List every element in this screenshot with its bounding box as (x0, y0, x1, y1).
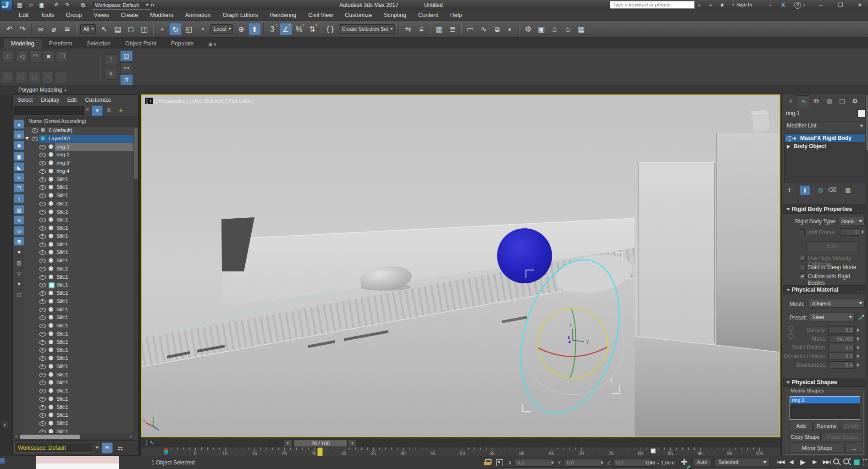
table-row[interactable]: Slit:1 (25, 306, 133, 314)
rendered-frame-window-button[interactable]: ▣ (535, 23, 547, 35)
vertex-mode-icon[interactable]: ∷ (3, 50, 15, 62)
close-button[interactable]: ✕ (853, 1, 867, 9)
y-spinner[interactable] (600, 459, 604, 466)
visibility-eye-icon[interactable] (39, 153, 46, 157)
ribbon-tab-modeling[interactable]: Modeling (4, 39, 42, 49)
table-row[interactable]: Slit:1 (25, 248, 133, 256)
display-spacewarps-icon[interactable]: ≋ (14, 173, 24, 182)
visibility-eye-icon[interactable] (39, 340, 46, 345)
table-row[interactable]: Slit:1 (25, 224, 133, 232)
table-row[interactable]: Slit:1 (25, 298, 133, 305)
tab-hierarchy[interactable]: ⧉ (811, 95, 822, 107)
edit-tool-icon-1[interactable]: ◰ (2, 72, 14, 83)
render-iterative-button[interactable]: ♨ (562, 23, 574, 35)
shapes-listbox[interactable]: ring:1 (790, 396, 860, 420)
rollout-rigid-body-properties[interactable]: Rigid Body Properties⁘⁘ (783, 204, 866, 214)
field-value-bounciness[interactable]: 0,4 (828, 361, 855, 369)
ribbon-tab-freeform[interactable]: Freeform (42, 39, 80, 49)
explorer-sort-header[interactable]: Name (Sorted Ascending) (25, 116, 138, 127)
expand-arrow-icon[interactable] (25, 137, 29, 142)
table-row[interactable]: ring:3 (25, 159, 133, 167)
visibility-eye-icon[interactable] (39, 299, 46, 304)
visibility-eye-icon[interactable] (39, 332, 46, 337)
field-spinner[interactable] (856, 344, 860, 351)
render-grid-button[interactable]: ▦ (575, 23, 587, 35)
viewport-label[interactable]: [ + ] [ Perspective ] [ User Defined ] [… (146, 98, 254, 104)
filter-funnel-dot-icon[interactable]: ▽ (14, 269, 24, 278)
tab-motion[interactable]: ◎ (824, 95, 835, 107)
mirror-button[interactable]: ⇋ (402, 23, 414, 35)
configure-modifier-sets-icon[interactable]: ▦ (843, 185, 853, 195)
edge-mode-icon[interactable]: ◁ (16, 50, 28, 62)
explorer-vertical-scrollbar[interactable] (133, 127, 138, 433)
render-setup-button[interactable]: ⚙ (522, 23, 534, 35)
preset-dropdown[interactable]: Steel (809, 313, 855, 321)
sign-in-caret-icon[interactable]: ▾ (769, 4, 771, 7)
visibility-eye-icon[interactable] (39, 275, 46, 280)
table-row[interactable]: Slit:1 (25, 176, 133, 183)
named-selection-set-dropdown[interactable]: Create Selection Set (339, 24, 395, 34)
select-and-place-button[interactable]: ⬆ (249, 23, 261, 35)
layer-explorer-icon[interactable]: ≣ (102, 442, 113, 453)
tab-modify[interactable]: ∿ (798, 95, 809, 107)
help-icon[interactable]: ? (794, 2, 801, 9)
object-color-swatch[interactable] (857, 110, 865, 117)
table-row[interactable]: Slit:1 (25, 232, 133, 240)
until-frame-spinner[interactable] (860, 228, 865, 236)
visibility-eye-icon[interactable] (39, 161, 46, 166)
explorer-filter-button[interactable]: ▼ (92, 105, 103, 116)
visibility-eye-icon[interactable] (39, 283, 46, 287)
redo-button[interactable]: ↷ (17, 23, 29, 35)
display-materials-icon[interactable]: ≣ (14, 237, 24, 246)
explorer-menu-edit[interactable]: Edit (67, 97, 77, 103)
explorer-menu-display[interactable]: Display (41, 97, 59, 103)
visibility-eye-icon[interactable] (39, 356, 46, 361)
schematic-view-button[interactable]: ⧉ (491, 23, 503, 35)
element-mode-icon[interactable]: ❒ (56, 50, 68, 62)
table-row[interactable]: Slit:1 (25, 322, 133, 330)
edit-tool-icon-4[interactable]: ◳ (42, 72, 54, 83)
visibility-eye-icon[interactable] (39, 234, 46, 239)
table-row[interactable]: Slit:1 (25, 330, 133, 338)
go-to-start-button[interactable]: |◀◀ (775, 457, 786, 467)
menu-civil-view[interactable]: Civil View (302, 10, 339, 20)
search-input[interactable]: Type a keyword or phrase (610, 1, 695, 9)
perspective-viewport[interactable]: x y z x (141, 94, 780, 437)
visibility-eye-icon[interactable] (39, 324, 46, 328)
scroll-right-icon[interactable]: > (129, 434, 132, 439)
visibility-eye-icon[interactable] (39, 243, 46, 247)
filter-document-icon[interactable]: ▤ (14, 258, 24, 267)
table-row[interactable]: Slit:1 (25, 338, 133, 346)
zoom-icon[interactable] (832, 458, 841, 466)
menu-modifiers[interactable]: Modifiers (144, 10, 179, 20)
scroll-left-icon[interactable]: < (15, 434, 18, 439)
schematic-view-icon[interactable]: ⚎ (115, 442, 126, 453)
visibility-eye-icon[interactable] (39, 291, 46, 296)
angle-snap-toggle-button[interactable]: ∠? (280, 23, 292, 35)
field-spinner[interactable] (856, 335, 860, 342)
visibility-eye-icon[interactable] (39, 267, 46, 271)
checkbox-start-in-sleep-mode[interactable] (800, 264, 806, 270)
field-value-staticfriction[interactable]: 0,5 (828, 344, 855, 351)
toggle-scene-explorer-button[interactable]: ▥ (433, 23, 445, 35)
polygon-modeling-panel-label[interactable]: Polygon Modeling ▼ (18, 87, 67, 93)
rigid-body-type-dropdown[interactable]: Static (838, 217, 865, 226)
select-and-scale-button[interactable]: ◱ (182, 23, 195, 35)
select-object-button[interactable]: ↖ (98, 23, 111, 35)
ribbon-preview-button-2[interactable]: ⊻ (105, 69, 117, 80)
chevron-down-icon[interactable]: ▾ (67, 4, 69, 7)
remove-modifier-icon[interactable]: ⌫ (827, 185, 838, 195)
visibility-eye-icon[interactable] (39, 308, 46, 312)
curve-editor-button[interactable]: ∿ (477, 23, 490, 35)
menu-group[interactable]: Group (60, 10, 88, 20)
visibility-eye-icon[interactable] (39, 397, 46, 402)
visibility-eye-icon[interactable] (39, 430, 46, 433)
help-caret-icon[interactable]: ▾ (803, 4, 805, 7)
unlink-selection-button[interactable]: ⌀ (48, 23, 60, 35)
menu-content[interactable]: Content (412, 10, 444, 20)
table-row[interactable]: ring:1 (25, 143, 133, 151)
visibility-eye-icon[interactable] (39, 413, 46, 418)
frame-forward-button[interactable]: > (348, 440, 357, 447)
explorer-horizontal-scrollbar[interactable]: < > (14, 434, 133, 440)
edit-tool-icon-3[interactable]: ◲ (28, 72, 40, 83)
